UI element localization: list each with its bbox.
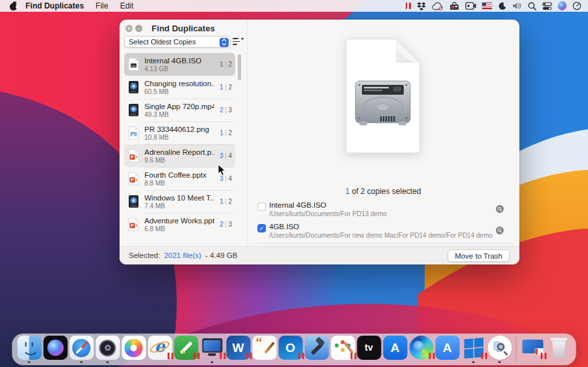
list-item[interactable]: Single App 720p.mp4 49.3 MB 2|3 bbox=[124, 99, 235, 121]
list-item[interactable]: PR 333440612.png 10.8 MB 1|2 bbox=[124, 121, 235, 144]
copy-path: /Users/kurts/Documents/For new demo Mac/… bbox=[269, 232, 493, 239]
cloud-sync-icon[interactable] bbox=[432, 1, 444, 10]
menu-bar: Find Duplicates File Edit bbox=[0, 0, 588, 12]
video-file-icon bbox=[128, 195, 139, 208]
video-player-icon bbox=[95, 336, 120, 360]
us-flag-icon[interactable] bbox=[482, 1, 492, 10]
dock-item-photos[interactable] bbox=[121, 336, 147, 363]
dock-item-microsoft-edge[interactable] bbox=[408, 336, 434, 363]
parallels-badge bbox=[540, 353, 546, 359]
dock-item-windows[interactable] bbox=[461, 336, 487, 363]
file-size: 7.4 MB bbox=[144, 202, 214, 210]
parallels-badge bbox=[193, 353, 199, 359]
copy-path: /Users/kurts/Documents/For PD13 demo bbox=[269, 210, 387, 217]
divider bbox=[257, 243, 513, 244]
toolbox-icon[interactable] bbox=[449, 1, 459, 10]
list-item[interactable]: P Adventure Works.pptx 6.8 MB 2|3 bbox=[124, 213, 235, 236]
dock-item-paint-app[interactable] bbox=[330, 336, 356, 363]
dock-item-microsoft-word[interactable] bbox=[225, 336, 252, 363]
internet-explorer-icon: e bbox=[148, 336, 172, 360]
parallels-badge bbox=[481, 353, 487, 359]
xcode-icon bbox=[304, 336, 329, 360]
parallels-badge bbox=[167, 353, 173, 359]
copy-checkbox-checked[interactable]: ✓ bbox=[257, 224, 266, 232]
file-size: 6.8 MB bbox=[144, 225, 214, 232]
powerpoint-file-icon: P bbox=[128, 217, 139, 231]
copy-name: Internal 4GB.ISO bbox=[269, 201, 327, 209]
mouse-cursor bbox=[218, 164, 226, 176]
menu-file[interactable]: File bbox=[95, 1, 108, 10]
dock-item-writing-app[interactable]: “ bbox=[252, 336, 278, 363]
pause-icon[interactable] bbox=[406, 1, 411, 10]
menu-app-name[interactable]: Find Duplicates bbox=[25, 1, 84, 10]
sort-dropdown[interactable]: Select Oldest Copies bbox=[124, 36, 231, 48]
copy-row: ✓ 4GB.ISO /Users/kurts/Documents/For new… bbox=[257, 223, 509, 242]
running-indicator bbox=[28, 361, 31, 364]
file-name: Internal 4GB.ISO bbox=[144, 57, 214, 65]
find-duplicates-icon bbox=[487, 336, 512, 360]
writing-app-icon: “ bbox=[252, 336, 276, 360]
running-indicator bbox=[106, 361, 109, 364]
copy-count: 2|3 bbox=[220, 221, 232, 228]
svg-text:P: P bbox=[131, 223, 134, 228]
screen-record-icon[interactable] bbox=[465, 1, 476, 10]
dock-item-green-notes-app[interactable] bbox=[173, 336, 199, 363]
spotlight-search-icon[interactable] bbox=[528, 1, 536, 10]
move-to-trash-button[interactable]: Move to Trash bbox=[448, 249, 510, 262]
reveal-in-finder-icon[interactable] bbox=[496, 204, 504, 212]
file-name: Single App 720p.mp4 bbox=[144, 103, 214, 110]
list-item[interactable]: Internal 4GB.ISO 4.13 GB 1|2 bbox=[124, 53, 235, 76]
green-notes-app-icon bbox=[174, 336, 198, 360]
list-item[interactable]: Changing resolution... 60.5 MB 1|2 bbox=[124, 76, 235, 99]
control-center-icon[interactable] bbox=[542, 1, 552, 10]
file-name: Adventure Works.pptx bbox=[144, 217, 214, 225]
copy-checkbox[interactable] bbox=[257, 202, 266, 211]
reveal-in-finder-icon[interactable] bbox=[496, 225, 504, 233]
file-name: Fourth Coffee.pptx bbox=[144, 171, 214, 179]
dock-item-parallels-desktop[interactable] bbox=[199, 336, 225, 363]
copy-count: 1|2 bbox=[220, 84, 232, 91]
running-indicator bbox=[211, 361, 214, 364]
microsoft-edge-icon bbox=[409, 336, 433, 360]
dropbox-icon[interactable] bbox=[417, 1, 426, 10]
apple-menu-icon[interactable] bbox=[9, 1, 18, 10]
sort-dropdown-value: Select Oldest Copies bbox=[129, 38, 196, 46]
siri-icon[interactable] bbox=[558, 1, 567, 10]
video-file-icon bbox=[128, 103, 139, 117]
dock-item-finder[interactable] bbox=[16, 336, 42, 363]
parallels-badge bbox=[220, 353, 225, 359]
dock-item-xcode[interactable] bbox=[304, 336, 330, 363]
volume-icon[interactable] bbox=[512, 1, 522, 10]
list-item[interactable]: Windows 10 Meet T... 7.4 MB 1|2 bbox=[124, 190, 235, 213]
app-store-blue-icon bbox=[435, 336, 459, 360]
dock-item-find-duplicates[interactable] bbox=[487, 336, 513, 363]
dock-item-parallels-shared-screen[interactable] bbox=[520, 336, 546, 363]
dock-item-internet-explorer[interactable]: e bbox=[147, 336, 173, 363]
file-name: Windows 10 Meet T... bbox=[144, 194, 214, 202]
copy-count: 2|3 bbox=[220, 106, 232, 114]
parallels-badge bbox=[429, 353, 434, 359]
dock-item-siri[interactable] bbox=[42, 336, 69, 363]
clock-icon[interactable] bbox=[572, 1, 581, 10]
apple-tv-icon bbox=[357, 336, 381, 360]
dock-item-microsoft-outlook[interactable] bbox=[278, 336, 304, 363]
safari-icon bbox=[69, 336, 93, 360]
window-title: Find Duplicates bbox=[120, 24, 247, 33]
do-not-disturb-moon-icon[interactable] bbox=[498, 1, 506, 10]
dock-item-apple-tv[interactable] bbox=[356, 336, 382, 363]
list-scrollbar[interactable] bbox=[238, 54, 241, 80]
svg-text:P: P bbox=[131, 178, 134, 182]
window-footer: Selected: 2021 file(s) - 4.49 GB Move to… bbox=[120, 246, 519, 264]
filter-sort-button[interactable]: ▾ bbox=[233, 37, 244, 47]
selected-files-link[interactable]: 2021 file(s) bbox=[164, 251, 201, 259]
menu-edit[interactable]: Edit bbox=[120, 1, 134, 10]
dock-item-app-store[interactable] bbox=[382, 336, 408, 363]
dock-item-app-store-blue[interactable] bbox=[434, 336, 461, 363]
copy-row: Internal 4GB.ISO /Users/kurts/Documents/… bbox=[257, 201, 509, 221]
microsoft-outlook-icon bbox=[278, 336, 302, 360]
dock-item-trash[interactable] bbox=[546, 336, 572, 363]
dock-item-safari[interactable] bbox=[69, 336, 95, 363]
trash-icon bbox=[547, 336, 571, 360]
finder-icon bbox=[17, 336, 41, 360]
dock-item-video-player[interactable] bbox=[95, 336, 121, 363]
